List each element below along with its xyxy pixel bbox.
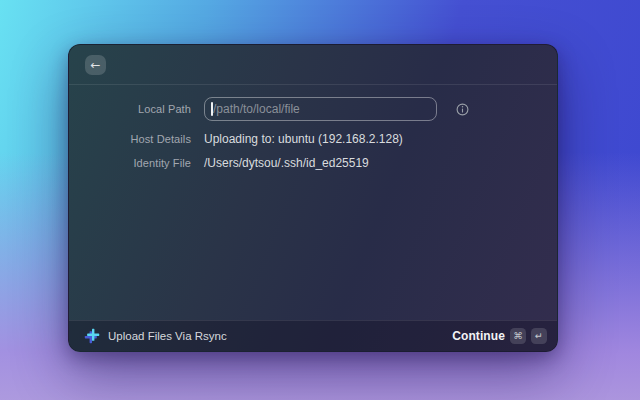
host-details-label: Host Details — [69, 133, 191, 145]
identity-file-label: Identity File — [69, 157, 191, 169]
desktop-background: ← Local Path Host Detail — [0, 0, 640, 400]
identity-file-row: Identity File /Users/dytsou/.ssh/id_ed25… — [69, 153, 557, 173]
back-arrow-icon: ← — [90, 59, 100, 71]
app-title: Upload Files Via Rsync — [108, 330, 227, 342]
info-icon-glyph — [456, 103, 469, 116]
host-details-row: Host Details Uploading to: ubuntu (192.1… — [69, 129, 557, 149]
local-path-input[interactable] — [204, 97, 437, 121]
host-details-value: Uploading to: ubuntu (192.168.2.128) — [204, 129, 557, 149]
local-path-input-wrapper — [204, 97, 437, 121]
continue-button[interactable]: Continue ⌘ ↵ — [452, 326, 547, 346]
command-key-icon: ⌘ — [510, 328, 526, 344]
text-caret — [211, 102, 213, 116]
dialog-footer: Upload Files Via Rsync Continue ⌘ ↵ — [69, 320, 557, 351]
return-key-icon: ↵ — [531, 328, 547, 344]
local-path-label: Local Path — [69, 103, 191, 115]
dialog-body: Local Path Host Details Uploading to: ub… — [69, 85, 557, 320]
local-path-row: Local Path — [69, 97, 557, 121]
rsync-app-icon — [84, 328, 100, 344]
identity-file-value: /Users/dytsou/.ssh/id_ed25519 — [204, 153, 557, 173]
upload-dialog: ← Local Path Host Detail — [68, 44, 558, 352]
dialog-header: ← — [69, 45, 557, 85]
back-button[interactable]: ← — [85, 55, 106, 75]
continue-label: Continue — [452, 329, 505, 343]
info-icon[interactable] — [456, 103, 469, 116]
